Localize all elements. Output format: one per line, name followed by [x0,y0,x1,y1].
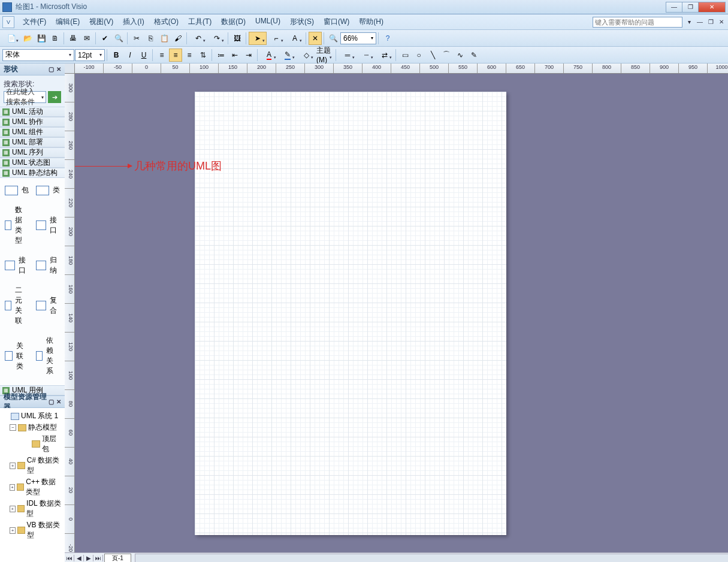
stencil-bar[interactable]: ▦UML 序列 [0,147,65,158]
align-right-button[interactable]: ≡ [183,49,196,62]
panel-pin-icon[interactable]: ▢ [49,66,54,72]
line-ends-button[interactable]: ⇄ [376,49,394,62]
search-go-button[interactable]: ➔ [48,91,61,103]
mdi-close-button[interactable]: ✕ [717,18,726,26]
undo-button[interactable]: ↶ [189,32,207,45]
panel-close-icon[interactable]: ✕ [56,66,61,72]
close-button[interactable]: ✕ [698,2,726,13]
zoom-combo[interactable]: 66%▾ [340,32,376,44]
line-tool-button[interactable]: ╲ [426,49,439,62]
shape-item[interactable]: 归纳 [35,252,61,279]
align-vertical-button[interactable]: ⇅ [197,49,210,62]
text-tool-button[interactable]: A [286,32,304,45]
format-painter-button[interactable]: 🖌 [171,32,185,45]
fill-color-button[interactable]: ◇ [297,49,315,62]
mdi-restore-button[interactable]: ❐ [706,18,715,26]
menu-item[interactable]: 数据(D) [216,15,250,29]
stencil-bar[interactable]: ▦UML 活动 [0,107,65,117]
font-size-combo[interactable]: 12pt [75,49,105,61]
menu-item[interactable]: 形状(S) [285,15,319,29]
shape-item[interactable]: 接口 [4,252,30,279]
panel-pin-icon[interactable]: ▢ [49,398,54,405]
help-button[interactable]: ? [381,32,394,45]
new-button[interactable]: 📄 [2,32,20,45]
redo-button[interactable]: ↷ [208,32,226,45]
research-button[interactable]: 🔍 [112,32,125,45]
menu-item[interactable]: 工具(T) [183,15,216,29]
shape-item[interactable]: 复合 [35,282,61,330]
help-dropdown-icon[interactable]: ▾ [685,18,693,26]
shape-item[interactable]: 类 [35,182,61,199]
next-page-button[interactable]: ▶ [84,555,93,561]
underline-button[interactable]: U [137,49,150,62]
mdi-minimize-button[interactable]: — [696,18,704,26]
increase-indent-button[interactable]: ⇥ [242,49,255,62]
menu-item[interactable]: UML(U) [250,15,285,29]
drawing-page[interactable] [195,92,506,535]
pencil-tool-button[interactable]: ✎ [467,49,481,62]
freeform-tool-button[interactable]: ∿ [454,49,467,62]
restore-button[interactable]: ❐ [682,2,699,13]
open-button[interactable]: 📂 [21,32,34,45]
cut-button[interactable]: ✂ [130,32,143,45]
stencil-bar[interactable]: ▦UML 状态图 [0,158,65,168]
email-button[interactable]: ✉ [80,32,93,45]
menu-item[interactable]: 插入(I) [118,15,149,29]
theme-button[interactable]: 主题(M) [316,49,334,62]
stencil-bar[interactable]: ▦UML 部署 [0,137,65,147]
menu-item[interactable]: 窗口(W) [319,15,354,29]
menu-item[interactable]: 格式(O) [149,15,183,29]
spellcheck-button[interactable]: ✔ [98,32,111,45]
font-color-button[interactable]: A [260,49,278,62]
paste-button[interactable]: 📋 [158,32,171,45]
bold-button[interactable]: B [110,49,123,62]
shape-item[interactable]: 数据类型 [4,201,30,249]
shape-item[interactable]: 接口 [35,201,61,249]
model-tree[interactable]: UML 系统 1 −静态模型 顶层包 +C# 数据类型 +C++ 数据类型 +I… [0,408,65,562]
menu-item[interactable]: 编辑(E) [51,15,84,29]
line-weight-button[interactable]: ═ [339,49,357,62]
zoom-in-button[interactable]: 🔍 [327,32,340,45]
line-color-button[interactable]: ✎ [279,49,297,62]
menu-item[interactable]: 文件(F) [18,15,51,29]
visio-menu-icon[interactable]: V [2,16,14,28]
ellipse-tool-button[interactable]: ○ [412,49,425,62]
connector-tool-button[interactable]: ⌐ [267,32,285,45]
annotation-text: 几种常用的UML图 [134,159,222,173]
minimize-button[interactable]: — [666,2,682,13]
align-center-button[interactable]: ≡ [169,49,182,62]
shape-item[interactable]: 二元关联 [4,282,30,330]
insert-picture-button[interactable]: 🖼 [231,32,244,45]
copy-button[interactable]: ⎘ [144,32,157,45]
arc-tool-button[interactable]: ⌒ [440,49,453,62]
menu-item[interactable]: 视图(V) [84,15,118,29]
shape-item[interactable]: 关联类 [4,332,30,380]
stencil-bar[interactable]: ▦UML 协作 [0,117,65,127]
print-preview-button[interactable]: 🗎 [49,32,62,45]
last-page-button[interactable]: ⏭ [93,555,103,561]
menu-item[interactable]: 帮助(H) [354,15,388,29]
shape-item[interactable]: 包 [4,182,30,199]
bullet-list-button[interactable]: ≔ [215,49,228,62]
print-button[interactable]: 🖶 [67,32,80,45]
first-page-button[interactable]: ⏮ [65,555,74,561]
line-pattern-button[interactable]: ┄ [357,49,375,62]
prev-page-button[interactable]: ◀ [74,555,84,561]
panel-close-icon[interactable]: ✕ [56,398,61,405]
rectangle-tool-button[interactable]: ▭ [398,49,412,62]
decrease-indent-button[interactable]: ⇤ [228,49,241,62]
connection-point-button[interactable]: ✕ [309,32,322,45]
horizontal-scrollbar[interactable] [135,554,728,563]
drawing-canvas[interactable]: 几种常用的UML图 [75,74,728,552]
align-left-button[interactable]: ≡ [155,49,168,62]
pointer-tool-button[interactable]: ➤ [249,32,267,45]
save-button[interactable]: 💾 [35,32,48,45]
shape-item[interactable]: 依赖关系 [35,332,61,380]
shape-search-input[interactable]: 在此键入搜索条件 [4,91,46,103]
page-tab[interactable]: 页-1 [104,554,131,562]
stencil-bar[interactable]: ▦UML 组件 [0,127,65,137]
font-name-combo[interactable]: 宋体 [2,49,74,61]
stencil-bar[interactable]: ▦UML 静态结构 [0,168,65,178]
help-search-input[interactable] [593,17,682,28]
italic-button[interactable]: I [123,49,137,62]
